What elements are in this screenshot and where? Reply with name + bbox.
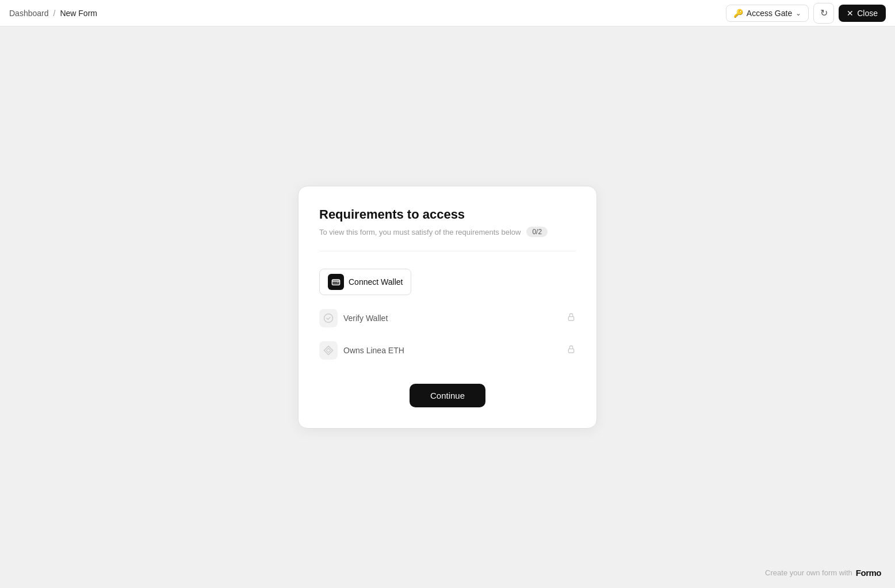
requirements-list: Connect Wallet Verify Wallet [319, 263, 576, 365]
svg-rect-6 [568, 349, 573, 353]
owns-linea-label: Owns Linea ETH [343, 346, 404, 355]
progress-badge: 0/2 [526, 227, 548, 237]
connect-wallet-button[interactable]: Connect Wallet [319, 269, 411, 295]
chevron-down-icon: ⌄ [795, 9, 801, 17]
verify-wallet-left: Verify Wallet [319, 309, 388, 327]
svg-marker-5 [326, 348, 331, 353]
list-item: Connect Wallet [319, 263, 576, 301]
verify-wallet-label: Verify Wallet [343, 314, 388, 323]
svg-rect-3 [568, 316, 573, 320]
svg-marker-4 [324, 346, 333, 355]
access-gate-label: Access Gate [747, 9, 792, 18]
modal-subtitle: To view this form, you must satisfy of t… [319, 228, 521, 236]
header: Dashboard / New Form 🔑 Access Gate ⌄ ↻ ✕… [0, 0, 895, 26]
header-right: 🔑 Access Gate ⌄ ↻ ✕ Close [726, 3, 886, 24]
breadcrumb-dashboard[interactable]: Dashboard [9, 9, 49, 18]
footer: Create your own form with Formo [765, 568, 881, 578]
wallet-icon [328, 274, 344, 290]
svg-point-2 [324, 314, 333, 323]
owns-linea-icon [319, 341, 338, 360]
continue-button-row: Continue [319, 384, 576, 407]
verify-wallet-icon [319, 309, 338, 327]
continue-button[interactable]: Continue [410, 384, 485, 407]
main-content: Requirements to access To view this form… [0, 26, 895, 588]
footer-brand: Formo [856, 568, 881, 578]
modal-title: Requirements to access [319, 207, 576, 222]
connect-wallet-item-left: Connect Wallet [319, 269, 411, 295]
connect-wallet-label: Connect Wallet [349, 277, 403, 287]
key-icon: 🔑 [733, 9, 743, 18]
close-button[interactable]: ✕ Close [839, 5, 886, 22]
requirements-modal: Requirements to access To view this form… [298, 186, 597, 429]
list-item: Verify Wallet [319, 303, 576, 333]
list-item: Owns Linea ETH [319, 335, 576, 365]
breadcrumb: Dashboard / New Form [9, 9, 97, 18]
owns-linea-left: Owns Linea ETH [319, 341, 404, 360]
refresh-icon: ↻ [820, 7, 828, 18]
modal-subtitle-row: To view this form, you must satisfy of t… [319, 227, 576, 237]
divider [319, 251, 576, 251]
refresh-button[interactable]: ↻ [813, 3, 834, 24]
access-gate-selector[interactable]: 🔑 Access Gate ⌄ [726, 5, 809, 22]
owns-linea-lock-icon [567, 345, 576, 356]
breadcrumb-current: New Form [60, 9, 97, 18]
verify-wallet-lock-icon [567, 312, 576, 324]
footer-cta: Create your own form with [765, 568, 852, 577]
svg-rect-0 [332, 280, 339, 285]
close-button-label: Close [857, 9, 878, 18]
breadcrumb-separator: / [53, 9, 56, 18]
close-icon: ✕ [847, 9, 854, 18]
